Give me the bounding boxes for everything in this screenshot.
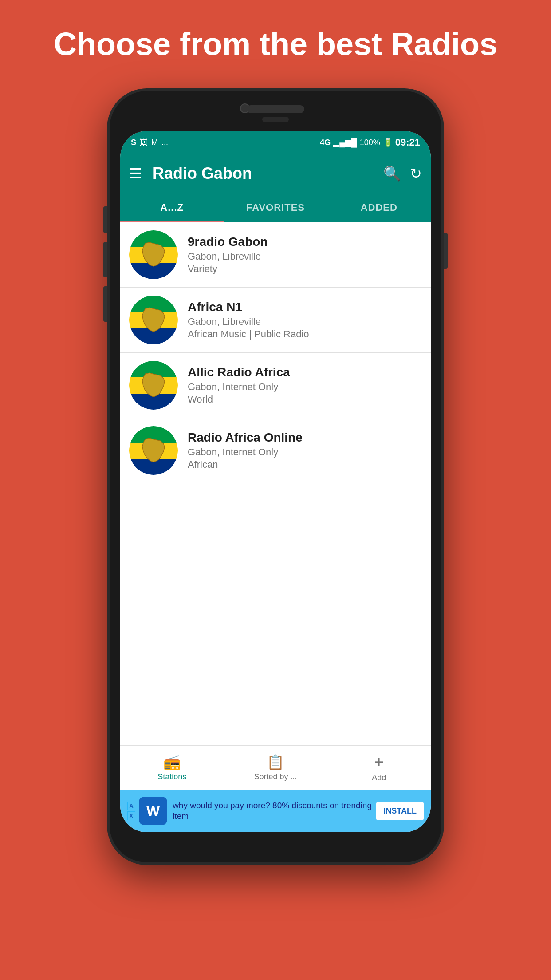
ad-app-icon: W	[139, 797, 167, 825]
radio-genre-4: African	[188, 459, 422, 470]
power-button	[444, 233, 448, 269]
ad-text: why would you pay more? 80% discounts on…	[173, 800, 373, 822]
phone-screen: S 🖼 M ... 4G ▂▄▆█ 100% 🔋 09:21 ☰ Radio G…	[120, 131, 431, 832]
radio-item-1[interactable]: 9radio Gabon Gabon, Libreville Variety	[120, 222, 431, 288]
refresh-icon[interactable]: ↻	[410, 165, 422, 182]
radio-info-4: Radio Africa Online Gabon, Internet Only…	[188, 431, 422, 470]
ad-install-button[interactable]: INSTALL	[376, 802, 424, 820]
radio-name-2: Africa N1	[188, 300, 422, 314]
radio-logo-2	[129, 296, 178, 344]
page-headline: Choose from the best Radios	[27, 27, 524, 62]
bottom-nav-add[interactable]: + Add	[327, 753, 431, 782]
menu-icon[interactable]: ☰	[129, 165, 142, 182]
tab-added[interactable]: ADDED	[327, 193, 431, 222]
radio-logo-3	[129, 361, 178, 410]
silent-button	[103, 206, 107, 233]
ad-banner: A X W why would you pay more? 80% discou…	[120, 790, 431, 832]
radio-info-3: Allic Radio Africa Gabon, Internet Only …	[188, 365, 422, 405]
radio-location-1: Gabon, Libreville	[188, 251, 422, 262]
radio-list: 9radio Gabon Gabon, Libreville Variety	[120, 222, 431, 745]
network-type: 4G	[320, 138, 331, 147]
radio-logo-4	[129, 426, 178, 475]
speaker	[247, 105, 304, 113]
radio-genre-3: World	[188, 394, 422, 405]
app-title: Radio Gabon	[153, 164, 383, 183]
radio-item-2[interactable]: Africa N1 Gabon, Libreville African Musi…	[120, 288, 431, 353]
app-bar-actions: 🔍 ↻	[383, 165, 422, 182]
radio-genre-1: Variety	[188, 263, 422, 275]
more-notifications: ...	[161, 138, 168, 147]
radio-name-3: Allic Radio Africa	[188, 365, 422, 379]
sensor	[262, 117, 289, 122]
s-icon: S	[131, 138, 136, 147]
status-time: 09:21	[395, 137, 420, 148]
radio-location-2: Gabon, Libreville	[188, 316, 422, 328]
radio-location-4: Gabon, Internet Only	[188, 447, 422, 458]
sorted-icon: 📋	[267, 754, 284, 771]
ad-badge-x: X	[127, 811, 135, 820]
ad-badge-a: A	[127, 802, 135, 810]
volume-up-button	[103, 242, 107, 277]
signal-bars-icon: ▂▄▆█	[333, 138, 357, 147]
status-right: 4G ▂▄▆█ 100% 🔋 09:21	[320, 137, 420, 148]
battery-percent: 100%	[360, 138, 380, 147]
tab-favorites[interactable]: FAVORITES	[224, 193, 327, 222]
tab-bar: A...Z FAVORITES ADDED	[120, 193, 431, 222]
radio-item-4[interactable]: Radio Africa Online Gabon, Internet Only…	[120, 418, 431, 483]
search-icon[interactable]: 🔍	[383, 165, 401, 182]
radio-location-3: Gabon, Internet Only	[188, 381, 422, 393]
radio-logo-1	[129, 230, 178, 279]
status-notifications: S 🖼 M ...	[131, 138, 168, 147]
ad-side-badges: A X	[127, 802, 135, 820]
app-bar: ☰ Radio Gabon 🔍 ↻	[120, 154, 431, 193]
gmail-icon: M	[151, 138, 158, 147]
image-icon: 🖼	[140, 138, 148, 147]
radio-item-3[interactable]: Allic Radio Africa Gabon, Internet Only …	[120, 353, 431, 418]
bottom-nav-sorted[interactable]: 📋 Sorted by ...	[224, 754, 327, 782]
radio-info-2: Africa N1 Gabon, Libreville African Musi…	[188, 300, 422, 340]
radio-name-4: Radio Africa Online	[188, 431, 422, 445]
volume-down-button	[103, 286, 107, 322]
stations-icon: 📻	[163, 754, 181, 771]
radio-name-1: 9radio Gabon	[188, 235, 422, 249]
radio-genre-2: African Music | Public Radio	[188, 328, 422, 340]
add-label: Add	[372, 773, 386, 782]
sorted-label: Sorted by ...	[254, 772, 297, 782]
add-icon: +	[374, 753, 384, 771]
battery-icon: 🔋	[383, 138, 393, 147]
bottom-nav-stations[interactable]: 📻 Stations	[120, 754, 224, 782]
bottom-nav: 📻 Stations 📋 Sorted by ... + Add	[120, 745, 431, 790]
tab-az[interactable]: A...Z	[120, 193, 224, 222]
phone-mockup: S 🖼 M ... 4G ▂▄▆█ 100% 🔋 09:21 ☰ Radio G…	[107, 88, 444, 865]
stations-label: Stations	[157, 772, 186, 782]
status-bar: S 🖼 M ... 4G ▂▄▆█ 100% 🔋 09:21	[120, 131, 431, 154]
radio-info-1: 9radio Gabon Gabon, Libreville Variety	[188, 235, 422, 275]
